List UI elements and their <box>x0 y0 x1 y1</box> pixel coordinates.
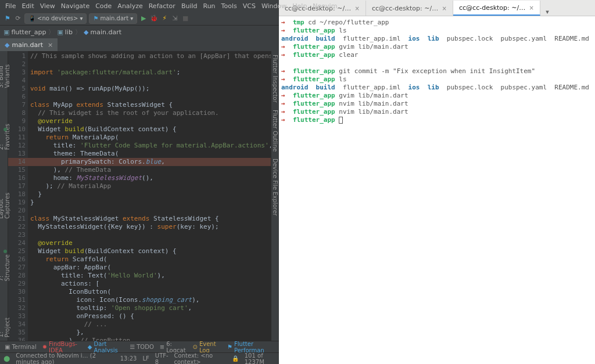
left-tab-layout-captures[interactable]: Layout Captures <box>0 183 10 222</box>
editor-tabs: ◆ main.dart × <box>0 38 279 51</box>
tab-dart[interactable]: ◆ Dart Analysis <box>88 341 124 354</box>
devices-dropdown[interactable]: 📱<no devices>▾ <box>24 13 87 24</box>
tab-logcat[interactable]: ≣ 6: Logcat <box>160 341 187 354</box>
left-tab-7-structure[interactable]: 7: Structure <box>0 251 10 285</box>
bottom-tool-tabs: ▣ Terminal ✹ FindBugs-IDEA ◆ Dart Analys… <box>0 341 279 352</box>
menu-build[interactable]: Build <box>178 2 200 10</box>
attach-icon[interactable]: ⇲ <box>171 15 179 23</box>
status-context[interactable]: Context: <no context> <box>174 352 226 365</box>
menu-analyze[interactable]: Analyze <box>114 2 145 10</box>
line-number-gutter: 1234567891011121314151617181920212223242… <box>8 51 28 341</box>
terminal-body[interactable]: → tmp cd ~/repo/flutter_app→ flutter_app… <box>279 16 595 364</box>
menu-tools[interactable]: Tools <box>218 2 240 10</box>
status-bar: ⬤ Connected to Neovim i… (2 minutes ago)… <box>0 352 279 364</box>
right-tab-flutter-inspector[interactable]: Flutter Inspector <box>272 51 278 106</box>
dart-file-icon: ◆ <box>84 28 88 36</box>
stop-icon[interactable]: ■ <box>181 15 189 23</box>
close-icon[interactable]: × <box>355 5 360 12</box>
terminal-tab-2[interactable]: cc@cc-desktop: ~/repo/flut…× <box>453 1 540 16</box>
close-icon[interactable]: × <box>48 41 53 49</box>
chevron-right-icon: 〉 <box>48 28 55 37</box>
refresh-icon[interactable]: ⟳ <box>14 15 22 23</box>
editor-tab-main[interactable]: ◆ main.dart × <box>0 38 58 51</box>
chevron-right-icon: 〉 <box>75 28 81 37</box>
debug-icon[interactable]: 🐞 <box>150 15 158 23</box>
menu-navigate[interactable]: Navigate <box>58 2 92 10</box>
tab-findbugs[interactable]: ✹ FindBugs-IDEA <box>42 341 82 354</box>
right-tab-flutter-outline[interactable]: Flutter Outline <box>272 106 278 155</box>
menu-neovim[interactable]: Neovim <box>310 2 340 10</box>
ide-window: FileEditViewNavigateCodeAnalyzeRefactorB… <box>0 0 279 364</box>
left-tab-3-build-variants[interactable]: 3: Build Variants <box>0 52 10 91</box>
menu-file[interactable]: File <box>2 2 19 10</box>
status-pos: 13:23 <box>120 355 137 362</box>
run-icon[interactable]: ▶ <box>139 15 148 23</box>
menu-refactor[interactable]: Refactor <box>146 2 178 10</box>
close-icon[interactable]: × <box>442 5 447 12</box>
tab-eventlog[interactable]: ⊙ Event Log <box>193 341 222 354</box>
crumb-folder[interactable]: ▣flutter_app <box>3 28 46 36</box>
right-tab-device-file-explorer[interactable]: Device File Explorer <box>272 155 278 219</box>
dart-file-icon: ◆ <box>5 41 9 49</box>
menu-help[interactable]: Help <box>289 2 310 10</box>
left-tab-1-project[interactable]: 1: Project <box>0 314 10 341</box>
tab-todo[interactable]: ☰ TODO <box>130 344 154 350</box>
menu-code[interactable]: Code <box>92 2 114 10</box>
menu-run[interactable]: Run <box>200 2 218 10</box>
toolbar: ⚑ ⟳ 📱<no devices>▾ ⚑main.dart▾ ▶ 🐞 ⚡ ⇲ ■ <box>0 12 279 26</box>
tab-flutter-perf[interactable]: ⚑ Flutter Performan <box>227 341 274 354</box>
status-msg: Connected to Neovim i… (2 minutes ago) <box>16 352 108 365</box>
editor-area: 3: Build Variants2: FavoritesLayout Capt… <box>0 51 279 341</box>
menu-view[interactable]: View <box>37 2 58 10</box>
terminal-tab-1[interactable]: cc@cc-desktop: ~/repo/Co…× <box>366 1 453 16</box>
terminal-window: cc@cc-desktop: ~/repo/Co…×cc@cc-desktop:… <box>279 0 595 364</box>
menu-vcs[interactable]: VCS <box>240 2 259 10</box>
crumb-file[interactable]: ◆main.dart <box>84 28 121 36</box>
breadcrumb: ▣flutter_app 〉 ▣lib 〉 ◆main.dart <box>0 26 279 38</box>
status-mem[interactable]: 101 of 1237M <box>245 352 275 365</box>
lock-icon[interactable]: 🔒 <box>232 355 239 362</box>
folder-icon: ▣ <box>57 28 63 36</box>
code-editor[interactable]: // This sample shows adding an action to… <box>28 51 271 341</box>
flutter-icon: ⚑ <box>3 15 12 23</box>
menu-window[interactable]: Window <box>259 2 289 10</box>
menu-edit[interactable]: Edit <box>19 2 37 10</box>
menubar: FileEditViewNavigateCodeAnalyzeRefactorB… <box>0 0 279 12</box>
tab-terminal[interactable]: ▣ Terminal <box>5 344 37 350</box>
status-enc[interactable]: UTF-8 <box>155 352 169 365</box>
status-lf[interactable]: LF <box>142 355 149 362</box>
left-tool-strip: 3: Build Variants2: FavoritesLayout Capt… <box>0 51 8 341</box>
folder-icon: ▣ <box>3 28 9 36</box>
crumb-subfolder[interactable]: ▣lib <box>57 28 73 36</box>
run-config-dropdown[interactable]: ⚑main.dart▾ <box>89 13 137 24</box>
hot-reload-icon[interactable]: ⚡ <box>160 15 169 23</box>
new-tab-button[interactable]: ▾ <box>540 8 554 16</box>
right-tool-strip: Flutter InspectorFlutter OutlineDevice F… <box>271 51 279 341</box>
close-icon[interactable]: × <box>529 5 534 11</box>
neovim-status-icon: ⬤ <box>3 355 10 362</box>
